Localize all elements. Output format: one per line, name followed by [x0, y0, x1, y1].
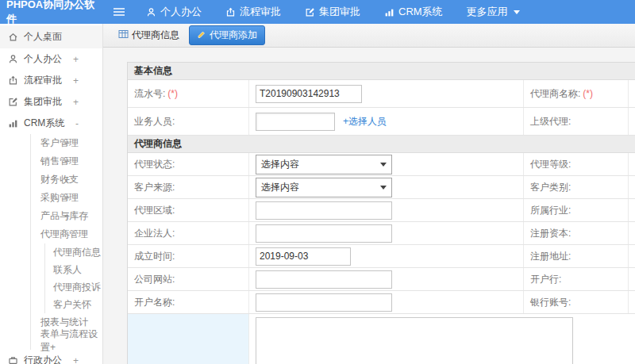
menu-label: 集团审批	[319, 5, 360, 19]
customer-source-label: 客户来源:	[128, 176, 248, 198]
legal-person-label: 企业法人:	[128, 222, 248, 244]
chevron-down-icon	[380, 163, 387, 167]
form-row-staff: 业务人员: +选择人员 上级代理:	[128, 108, 635, 136]
sidebar-item-purchase-mgmt[interactable]: 采购管理 +	[31, 189, 102, 207]
customer-source-cell: 选择内容	[248, 176, 523, 198]
sidebar-item-label: 联系人	[53, 263, 82, 277]
sidebar-item-label: 财务收支	[40, 173, 79, 186]
pencil-icon	[197, 29, 206, 41]
sidebar-item-form-flow-settings[interactable]: 表单与流程设置+	[31, 331, 102, 350]
upload-icon	[225, 7, 236, 17]
agent-status-select[interactable]: 选择内容	[256, 155, 392, 174]
account-name-cell	[248, 291, 523, 313]
sidebar-item-crm[interactable]: CRM系统 -	[0, 113, 102, 134]
app-logo: PHPOA协同办公软件	[0, 0, 103, 26]
grid-icon	[118, 29, 129, 41]
staff-input[interactable]	[256, 113, 335, 131]
agent-submenu: 代理商信息 联系人 代理商投诉 客户关怀	[44, 243, 102, 313]
industry-label: 所属行业:	[523, 199, 628, 221]
expand-toggle[interactable]: +	[64, 174, 70, 186]
chart-icon	[8, 118, 18, 128]
menu-group-approval[interactable]: 集团审批	[305, 5, 360, 19]
required-mark: (*)	[583, 88, 593, 99]
sidebar-item-personal-office[interactable]: 个人办公 +	[0, 48, 102, 70]
bank-account-cell	[628, 291, 635, 313]
sidebar-item-sales-mgmt[interactable]: 销售管理 +	[31, 152, 102, 171]
expand-toggle[interactable]: +	[64, 193, 70, 204]
menu-more-apps[interactable]: 更多应用	[467, 5, 520, 19]
sidebar-item-label: 采购管理	[40, 191, 79, 205]
form-row-customer-source: 客户来源: 选择内容 客户类别:	[128, 176, 635, 199]
bank-account-label: 银行账号:	[523, 291, 628, 313]
sidebar-item-label: CRM系统	[24, 117, 64, 130]
agent-region-input[interactable]	[256, 201, 392, 220]
sidebar-item-admin-office[interactable]: 行政办公 +	[0, 350, 102, 364]
bank-cell	[628, 268, 635, 290]
menu-workflow-approval[interactable]: 流程审批	[225, 5, 281, 19]
sidebar-item-agent-complaints[interactable]: 代理商投诉	[45, 278, 102, 296]
legal-person-input[interactable]	[256, 224, 392, 243]
agent-status-label: 代理状态:	[128, 153, 248, 175]
collapse-toggle[interactable]: -	[67, 229, 70, 240]
menu-crm-system[interactable]: CRM系统	[384, 5, 443, 19]
expand-toggle[interactable]: +	[73, 75, 79, 86]
description-textarea[interactable]	[256, 317, 573, 364]
sidebar-item-customer-care[interactable]: 客户关怀	[45, 296, 102, 313]
registered-capital-label: 注册资本:	[523, 222, 628, 244]
menu-label: CRM系统	[398, 5, 443, 19]
sidebar-item-finance[interactable]: 财务收支 +	[31, 171, 102, 189]
section-basic-info: 基本信息	[128, 63, 635, 80]
agent-region-label: 代理区域:	[128, 199, 248, 221]
serial-input[interactable]	[256, 85, 362, 103]
agent-region-cell	[248, 199, 523, 221]
sidebar-item-desktop[interactable]: 个人桌面	[0, 25, 102, 48]
expand-toggle[interactable]: +	[64, 211, 70, 222]
agent-add-form: 基本信息 流水号:(*) 代理商名称:(*) 业务人员:	[127, 62, 635, 364]
parent-agent-cell	[628, 108, 635, 135]
sidebar: 个人桌面 个人办公 + 流程审批 + 集团审批 +	[0, 24, 103, 364]
caret-down-icon	[514, 10, 520, 14]
hamburger-menu-icon[interactable]	[103, 7, 135, 17]
tab-agent-info[interactable]: 代理商信息	[114, 26, 184, 44]
expand-toggle[interactable]: +	[73, 97, 79, 108]
account-name-input[interactable]	[256, 293, 392, 312]
registered-capital-cell	[628, 222, 635, 244]
sidebar-item-customer-mgmt[interactable]: 客户管理 +	[31, 134, 102, 152]
description-label: 详细描述:	[128, 314, 248, 364]
expand-toggle[interactable]: +	[73, 355, 79, 364]
person-icon	[146, 7, 156, 17]
website-input[interactable]	[256, 270, 392, 289]
sidebar-item-group-approval[interactable]: 集团审批 +	[0, 91, 102, 113]
founded-date-input[interactable]	[256, 247, 351, 266]
expand-toggle[interactable]: +	[64, 138, 70, 149]
form-row-serial: 流水号:(*) 代理商名称:(*)	[128, 80, 635, 108]
agent-name-label: 代理商名称:(*)	[523, 80, 628, 107]
sidebar-item-label: 客户关怀	[53, 298, 91, 312]
agent-name-cell	[628, 80, 635, 107]
founded-date-label: 成立时间:	[128, 245, 248, 267]
sidebar-item-label: 代理商管理	[40, 228, 88, 241]
pick-staff-link[interactable]: +选择人员	[343, 115, 387, 128]
sidebar-item-label: 销售管理	[40, 155, 79, 168]
collapse-toggle[interactable]: -	[75, 118, 79, 129]
registered-address-label: 注册地址:	[523, 245, 628, 267]
sidebar-item-contacts[interactable]: 联系人	[45, 261, 102, 278]
tab-agent-add[interactable]: 代理商添加	[189, 25, 265, 45]
sidebar-item-workflow-approval[interactable]: 流程审批 +	[0, 70, 102, 91]
sidebar-item-agent-mgmt[interactable]: 代理商管理 -	[31, 225, 102, 243]
form-row-website: 公司网站: 开户行:	[128, 268, 635, 291]
menu-personal-office[interactable]: 个人办公	[146, 5, 202, 19]
person-icon	[8, 54, 18, 64]
sidebar-item-label: 客户管理	[40, 136, 79, 150]
expand-toggle[interactable]: +	[73, 54, 79, 65]
sidebar-item-product-inventory[interactable]: 产品与库存 +	[31, 207, 102, 225]
form-row-agent-status: 代理状态: 选择内容 代理等级:	[128, 153, 635, 176]
form-row-founded-date: 成立时间: 注册地址:	[128, 245, 635, 268]
customer-source-select[interactable]: 选择内容	[256, 178, 392, 197]
expand-toggle[interactable]: +	[64, 156, 70, 167]
briefcase-icon	[8, 355, 18, 364]
sidebar-item-agent-info[interactable]: 代理商信息	[45, 243, 102, 261]
menu-label: 更多应用	[467, 5, 508, 19]
serial-cell	[248, 80, 523, 107]
home-icon	[8, 32, 18, 42]
